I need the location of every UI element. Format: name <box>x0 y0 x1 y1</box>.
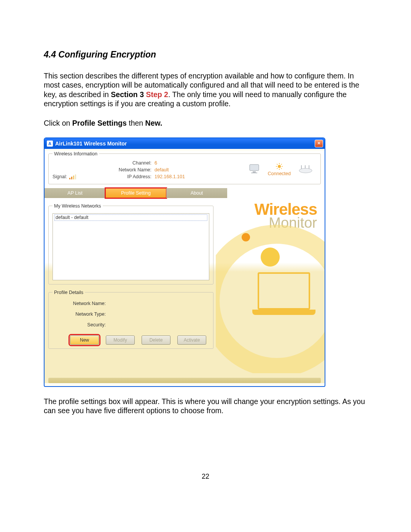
my-networks-group: My Wireless Networks default - default <box>48 203 213 284</box>
profile-details-group: Profile Details Network Name: Network Ty… <box>48 290 213 349</box>
activate-button[interactable]: Activate <box>177 335 206 345</box>
svg-point-15 <box>299 168 312 173</box>
info-row-channel: Channel: 6 <box>110 160 210 166</box>
text-bold: New. <box>145 119 162 127</box>
value: 6 <box>155 160 157 166</box>
profile-details-legend: Profile Details <box>53 290 85 295</box>
connection-status-label: Connected <box>268 171 291 176</box>
deco-dot-icon <box>242 233 250 241</box>
svg-point-3 <box>278 165 281 168</box>
label: Network Name: <box>110 166 151 173</box>
svg-line-9 <box>281 168 282 169</box>
wireless-info-legend: Wireless Information <box>53 151 99 157</box>
section-heading: 4.4 Configuring Encryption <box>44 50 367 60</box>
app-icon: A <box>47 141 53 147</box>
svg-line-11 <box>281 164 282 165</box>
label: Network Name: <box>53 298 108 309</box>
paragraph-2: Click on Profile Settings then New. <box>44 118 367 128</box>
text: Click on <box>44 119 72 127</box>
list-item[interactable]: default - default <box>54 214 207 221</box>
value: default <box>155 166 169 173</box>
tab-ap-list[interactable]: AP List <box>45 188 105 198</box>
new-button[interactable]: New <box>70 335 99 345</box>
window-title: AirLink101 Wireless Monitor <box>55 141 127 147</box>
wireless-info-group: Wireless Information Signal: Chan <box>48 151 321 184</box>
footer-bar <box>48 378 321 383</box>
tab-profile-setting[interactable]: Profile Setting <box>105 188 166 198</box>
label: IP Address: <box>110 173 151 180</box>
svg-line-10 <box>277 168 277 169</box>
paragraph-1: This section describes the different typ… <box>44 71 367 109</box>
my-networks-legend: My Wireless Networks <box>53 203 103 209</box>
svg-rect-2 <box>251 173 257 173</box>
text: then <box>127 119 145 127</box>
value: 192.168.1.101 <box>155 173 185 180</box>
label: Channel: <box>110 160 151 166</box>
page-number: 22 <box>44 473 367 481</box>
tab-about[interactable]: About <box>166 188 227 198</box>
text-bold: Profile Settings <box>72 119 127 127</box>
close-button[interactable]: × <box>315 140 323 147</box>
svg-rect-0 <box>250 165 259 171</box>
branding-art: Wireless Monitor <box>216 198 325 373</box>
signal-label: Signal: <box>53 174 67 179</box>
router-icon <box>298 165 313 175</box>
modify-button[interactable]: Modify <box>106 335 135 345</box>
text-step: Step 2 <box>146 90 168 99</box>
svg-line-8 <box>277 164 277 165</box>
deco-laptop-icon <box>258 272 310 310</box>
info-row-ip: IP Address: 192.168.1.101 <box>110 173 210 180</box>
detail-row-security: Security: <box>53 320 209 330</box>
window-body: Wireless Information Signal: Chan <box>45 151 325 383</box>
document-page: 4.4 Configuring Encryption This section … <box>0 0 411 503</box>
label: Security: <box>53 320 108 330</box>
deco-dot-icon <box>261 248 280 267</box>
info-row-network-name: Network Name: default <box>110 166 210 173</box>
monitor-icon <box>249 164 260 176</box>
text-bold: Section 3 <box>111 90 146 99</box>
detail-row-network-type: Network Type: <box>53 309 209 320</box>
svg-rect-1 <box>253 171 256 173</box>
titlebar[interactable]: A AirLink101 Wireless Monitor × <box>45 138 325 149</box>
delete-button[interactable]: Delete <box>142 335 170 345</box>
networks-listbox[interactable]: default - default <box>53 213 209 280</box>
paragraph-3: The profile settings box will appear. Th… <box>44 397 367 415</box>
label: Network Type: <box>53 309 108 320</box>
connection-status-icon <box>276 163 283 171</box>
signal-block: Signal: <box>53 160 110 180</box>
signal-bars-icon <box>69 174 76 179</box>
button-row: New Modify Delete Activate <box>70 335 209 345</box>
app-window: A AirLink101 Wireless Monitor × Wireless… <box>44 137 325 387</box>
tab-bar: AP List Profile Setting About <box>45 188 325 198</box>
detail-row-network-name: Network Name: <box>53 298 209 309</box>
